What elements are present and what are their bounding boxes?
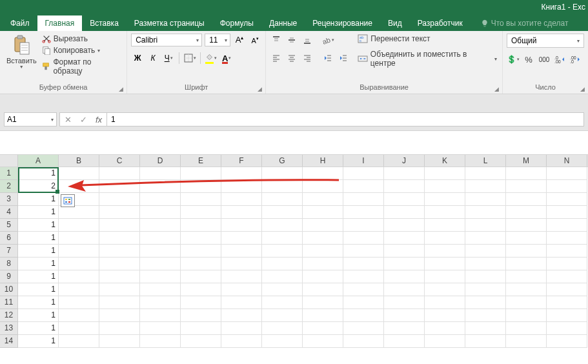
increase-indent-button[interactable]	[337, 52, 350, 65]
cell[interactable]	[303, 322, 343, 335]
cell[interactable]	[547, 335, 587, 348]
align-center-button[interactable]	[285, 52, 298, 65]
cell[interactable]	[99, 232, 140, 245]
cell[interactable]	[221, 309, 262, 322]
cell[interactable]	[343, 322, 384, 335]
cell[interactable]	[547, 232, 587, 245]
underline-button[interactable]: Ч▾	[162, 52, 175, 65]
cell[interactable]	[221, 322, 262, 335]
column-header[interactable]: H	[303, 155, 343, 167]
cell[interactable]	[343, 309, 384, 322]
row-header[interactable]: 7	[0, 245, 18, 258]
cell[interactable]	[262, 283, 303, 296]
cell[interactable]	[303, 232, 343, 245]
cell[interactable]	[506, 270, 547, 283]
cell[interactable]	[262, 180, 303, 193]
cell[interactable]	[262, 219, 303, 232]
align-right-button[interactable]	[301, 52, 314, 65]
alignment-dialog-launcher[interactable]: ◢	[494, 86, 501, 92]
cell[interactable]	[547, 180, 587, 193]
cell[interactable]	[99, 245, 140, 258]
tell-me-search[interactable]: Что вы хотите сделат	[476, 15, 574, 31]
row-header[interactable]: 4	[0, 206, 18, 219]
font-size-select[interactable]: 11 ▾	[205, 34, 230, 46]
cell[interactable]	[343, 180, 384, 193]
tab-data[interactable]: Данные	[261, 15, 305, 31]
column-header[interactable]: I	[343, 155, 384, 167]
cell[interactable]	[99, 206, 140, 219]
cell[interactable]	[343, 335, 384, 348]
cell[interactable]	[506, 258, 547, 270]
spreadsheet-grid[interactable]: A B C D E F G H I J K L M N 112231415161…	[0, 154, 588, 348]
cell[interactable]	[343, 206, 384, 219]
cell[interactable]	[181, 309, 221, 322]
cell[interactable]	[465, 296, 506, 309]
cell[interactable]	[465, 219, 506, 232]
tab-insert[interactable]: Вставка	[82, 15, 127, 31]
cell[interactable]	[59, 335, 99, 348]
cell[interactable]	[465, 335, 506, 348]
cell[interactable]	[384, 180, 425, 193]
cell[interactable]	[140, 335, 181, 348]
cell[interactable]	[425, 167, 465, 180]
percent-format-button[interactable]: %	[522, 53, 535, 66]
cell[interactable]	[425, 270, 465, 283]
cell[interactable]	[59, 322, 99, 335]
cell[interactable]: 1	[18, 206, 59, 219]
cell[interactable]	[181, 296, 221, 309]
cell[interactable]	[303, 335, 343, 348]
bold-button[interactable]: Ж	[131, 52, 144, 65]
cell[interactable]	[221, 193, 262, 206]
cell[interactable]	[262, 232, 303, 245]
column-header[interactable]: L	[465, 155, 506, 167]
decrease-indent-button[interactable]	[321, 52, 334, 65]
row-header[interactable]: 14	[0, 335, 18, 348]
cell[interactable]	[343, 245, 384, 258]
paste-button[interactable]: Вставить ▼	[4, 34, 39, 82]
cell[interactable]: 1	[18, 322, 59, 335]
cell[interactable]	[221, 258, 262, 270]
cell[interactable]	[140, 193, 181, 206]
cell[interactable]	[59, 258, 99, 270]
insert-function-button[interactable]: fx	[91, 115, 106, 125]
cancel-formula-button[interactable]: ✕	[60, 115, 76, 125]
cell[interactable]	[59, 245, 99, 258]
row-header[interactable]: 12	[0, 309, 18, 322]
cell[interactable]	[547, 258, 587, 270]
decrease-font-button[interactable]: A▾	[248, 34, 261, 46]
align-middle-button[interactable]	[285, 34, 298, 46]
cell[interactable]	[465, 245, 506, 258]
cell[interactable]	[384, 283, 425, 296]
cell[interactable]	[99, 180, 140, 193]
tab-formulas[interactable]: Формулы	[212, 15, 261, 31]
cell[interactable]	[425, 206, 465, 219]
cell[interactable]: 1	[18, 219, 59, 232]
cell[interactable]	[465, 309, 506, 322]
column-header[interactable]: M	[506, 155, 547, 167]
cell[interactable]	[303, 283, 343, 296]
cell[interactable]	[181, 258, 221, 270]
column-header[interactable]: G	[262, 155, 303, 167]
cell[interactable]	[140, 258, 181, 270]
cell[interactable]	[59, 180, 99, 193]
cell[interactable]	[425, 219, 465, 232]
cell[interactable]	[465, 258, 506, 270]
cell[interactable]	[384, 270, 425, 283]
cell[interactable]	[59, 232, 99, 245]
cell[interactable]	[465, 167, 506, 180]
format-painter-button[interactable]: Формат по образцу	[41, 57, 123, 76]
cell[interactable]	[425, 258, 465, 270]
cell[interactable]	[547, 270, 587, 283]
cell[interactable]	[181, 219, 221, 232]
cell[interactable]	[465, 232, 506, 245]
tab-page-layout[interactable]: Разметка страницы	[127, 15, 212, 31]
row-header[interactable]: 5	[0, 219, 18, 232]
row-header[interactable]: 3	[0, 193, 18, 206]
cell[interactable]	[221, 180, 262, 193]
row-header[interactable]: 2	[0, 180, 18, 193]
cell[interactable]	[140, 167, 181, 180]
cell[interactable]	[425, 283, 465, 296]
cell[interactable]	[506, 283, 547, 296]
column-header[interactable]: K	[425, 155, 465, 167]
cell[interactable]	[221, 296, 262, 309]
